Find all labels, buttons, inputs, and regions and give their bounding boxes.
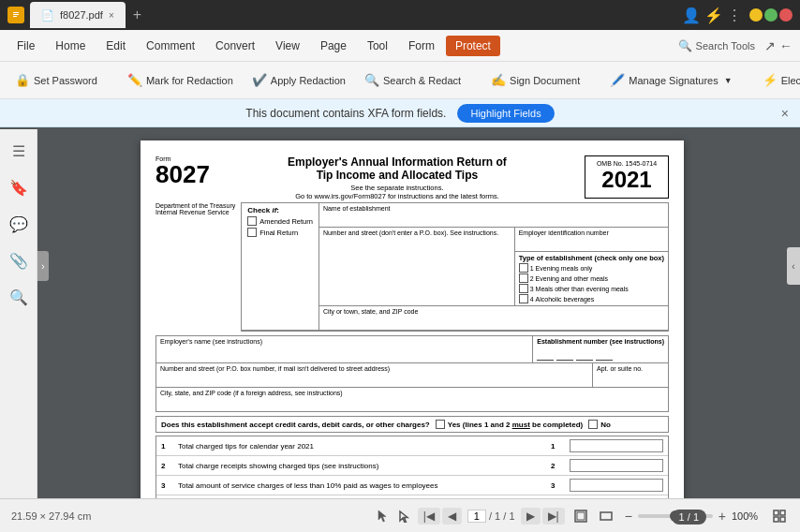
charges-question: Does this establishment accept credit ca…	[161, 421, 430, 429]
notification-close-btn[interactable]: ×	[781, 106, 789, 121]
menu-edit[interactable]: Edit	[96, 36, 135, 56]
profile-icon[interactable]: 👤	[682, 7, 701, 24]
mark-redaction-btn[interactable]: ✏️ Mark for Redaction	[120, 69, 241, 91]
last-page-btn[interactable]: ▶|	[542, 508, 565, 525]
check-section: Check if: Amended Return Final Return	[242, 203, 319, 330]
table-row: 1 Total charged tips for calendar year 2…	[156, 436, 668, 456]
menu-page[interactable]: Page	[311, 36, 356, 56]
street-city-row: Number and street (don't enter a P.O. bo…	[319, 228, 668, 305]
next-page-btn[interactable]: ▶	[521, 508, 541, 525]
menu-home[interactable]: Home	[46, 36, 95, 56]
menu-form[interactable]: Form	[399, 36, 444, 56]
left-panel-toggle[interactable]: ›	[37, 251, 49, 281]
title-bar-right: 👤 ⚡ ⋮	[682, 7, 793, 24]
employer-id-field[interactable]	[519, 236, 664, 249]
close-btn[interactable]	[779, 8, 793, 22]
page-indicator: / 1 / 1	[464, 510, 519, 523]
pdf-tab[interactable]: 📄 f8027.pdf ×	[30, 2, 126, 28]
search-icon: 🔍	[678, 39, 692, 52]
row-2-value[interactable]	[570, 459, 663, 472]
menu-protect[interactable]: Protect	[446, 36, 500, 56]
sidebar-attachment-icon[interactable]: 📎	[4, 246, 34, 275]
row-1-value[interactable]	[570, 439, 663, 452]
pdf-tab-label: f8027.pdf	[60, 9, 103, 21]
sidebar-search-icon[interactable]: 🔍	[4, 283, 34, 312]
amended-label: Amended Return	[259, 217, 313, 226]
employer-name-row: Employer's name (see instructions) Estab…	[156, 336, 668, 363]
page-input[interactable]	[467, 510, 486, 523]
year-display: 2021	[593, 167, 660, 194]
type-check-3[interactable]	[519, 284, 528, 293]
back-icon[interactable]: ←	[779, 38, 793, 53]
sync-icon[interactable]: ⚡	[704, 7, 723, 24]
city-state-field[interactable]	[160, 396, 664, 409]
city-field[interactable]	[323, 315, 664, 328]
sidebar-bookmark-icon[interactable]: 🔖	[4, 173, 34, 202]
menu-convert[interactable]: Convert	[206, 36, 264, 56]
charges-no-checkbox[interactable]	[588, 420, 598, 429]
tab-add-btn[interactable]: +	[127, 7, 147, 23]
type-check-2[interactable]	[519, 273, 528, 283]
sign-document-btn[interactable]: ✍️ Sign Document	[483, 69, 587, 91]
establishment-name-field[interactable]	[323, 212, 664, 225]
zoom-in-btn[interactable]: +	[717, 509, 728, 524]
notification-bar: This document contains XFA form fields. …	[0, 99, 800, 127]
menu-tool[interactable]: Tool	[358, 36, 397, 56]
page-nav: |◀ ◀ / 1 / 1 ▶ ▶|	[418, 508, 565, 525]
est-num-box-3[interactable]	[576, 347, 593, 361]
notification-message: This document contains XFA form fields.	[245, 107, 446, 120]
est-num-box-2[interactable]	[556, 347, 573, 361]
right-panel-toggle[interactable]: ‹	[787, 247, 800, 285]
maximize-btn[interactable]	[764, 8, 778, 22]
highlight-fields-btn[interactable]: Highlight Fields	[457, 104, 554, 123]
dept-text-area: Department of the Treasury Internal Reve…	[156, 202, 235, 332]
apt-area: Apt. or suite no.	[593, 363, 668, 387]
select-tool[interactable]	[395, 507, 414, 525]
search-redact-btn[interactable]: 🔍 Search & Redact	[357, 69, 468, 91]
minimize-btn[interactable]	[749, 8, 763, 22]
sidebar-nav-icon[interactable]: ☰	[7, 137, 31, 166]
menu-search-area: 🔍 Search Tools	[678, 39, 755, 52]
zoom-out-btn[interactable]: −	[623, 509, 634, 524]
svg-rect-2	[577, 512, 585, 520]
share-icon[interactable]: ↗	[764, 38, 776, 53]
menu-view[interactable]: View	[266, 36, 309, 56]
search-tools-label: Search Tools	[696, 40, 755, 52]
type-check-4[interactable]	[519, 294, 528, 303]
city-label: City or town, state, and ZIP code	[323, 308, 664, 315]
street-area: Number and street (don't enter a P.O. bo…	[319, 228, 515, 305]
city-state-row: City, state, and ZIP code (if a foreign …	[156, 388, 668, 411]
fit-width-btn[interactable]	[597, 507, 615, 525]
svg-rect-5	[780, 510, 785, 515]
menu-comment[interactable]: Comment	[137, 36, 204, 56]
final-checkbox[interactable]	[247, 228, 257, 237]
apt-field[interactable]	[597, 372, 664, 385]
fit-page-btn[interactable]	[571, 507, 590, 525]
more-icon[interactable]: ⋮	[727, 7, 742, 24]
amended-checkbox[interactable]	[247, 216, 257, 226]
row-3-value[interactable]	[570, 479, 663, 492]
employer-street-field[interactable]	[160, 372, 588, 385]
est-num-box-1[interactable]	[537, 347, 554, 361]
sidebar-comment-icon[interactable]: 💬	[4, 210, 34, 239]
set-password-btn[interactable]: 🔒 Set Password	[7, 69, 105, 91]
type-box: Type of establishment (check only one bo…	[515, 252, 668, 305]
type-label-2: Evening and other meals	[536, 275, 608, 282]
charges-yes-checkbox[interactable]	[436, 420, 445, 429]
employer-name-field[interactable]	[160, 345, 528, 358]
street-field[interactable]	[323, 236, 511, 249]
est-num-box-4[interactable]	[596, 347, 613, 361]
menu-file[interactable]: File	[7, 36, 44, 56]
fit-view-btn[interactable]	[770, 507, 789, 525]
tab-group: 📄 f8027.pdf × +	[30, 2, 147, 28]
est-num-area: Establishment number (see instructions)	[533, 336, 668, 362]
manage-signatures-btn[interactable]: 🖊️ Manage Signatures ▼	[602, 69, 739, 91]
type-check-1[interactable]	[519, 263, 528, 273]
first-page-btn[interactable]: |◀	[418, 508, 440, 525]
establishment-name-label: Name of establishment	[323, 205, 664, 212]
pointer-tool[interactable]	[373, 507, 392, 525]
apply-redaction-btn[interactable]: ✔️ Apply Redaction	[244, 69, 353, 91]
prev-page-btn[interactable]: ◀	[442, 508, 462, 525]
tab-close-btn[interactable]: ×	[109, 10, 114, 21]
electronic-btn[interactable]: ⚡ Electro...	[755, 69, 800, 91]
